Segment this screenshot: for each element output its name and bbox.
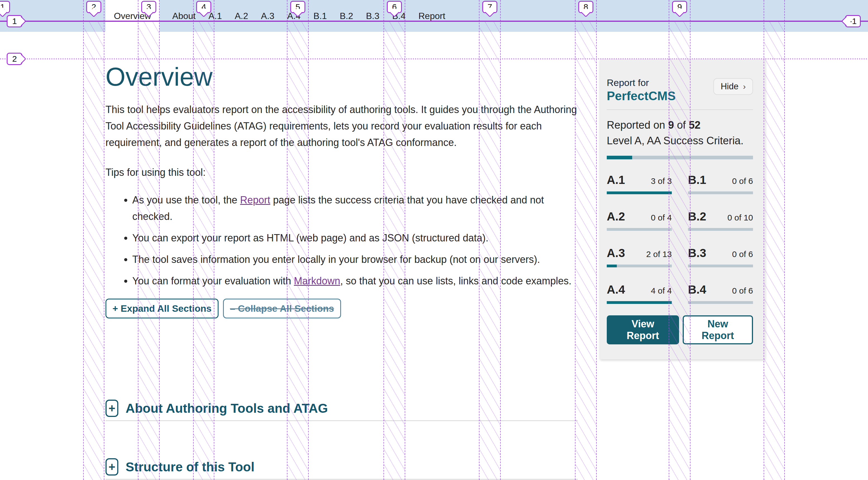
panel-header: Report for PerfectCMS Hide ›	[607, 76, 753, 103]
overall-progress-bar	[607, 156, 753, 159]
page-title: Overview	[105, 64, 578, 90]
hide-panel-button[interactable]: Hide ›	[713, 78, 753, 95]
list-item: You can export your report as HTML (web …	[132, 230, 578, 246]
grid-column-gap	[764, 0, 785, 480]
collapse-all-button[interactable]: – Collapse All Sections	[223, 298, 341, 318]
tips-list: As you use the tool, the Report page lis…	[105, 192, 578, 289]
criteria-progress-bar	[607, 191, 672, 194]
reported-summary: Reported on 9 of 52 Level A, AA Success …	[607, 117, 753, 149]
criteria-progress-bar	[688, 301, 753, 304]
criteria-progress-bar	[607, 301, 672, 304]
grid-column-gap	[83, 0, 104, 480]
criteria-cell: A.44 of 4	[607, 283, 672, 304]
intro-paragraph: This tool helps evaluators report on the…	[105, 101, 578, 151]
report-for-label: Report for	[607, 76, 676, 89]
reported-total: 52	[689, 119, 701, 131]
criteria-cell: A.13 of 3	[607, 173, 672, 194]
section-divider	[105, 479, 578, 480]
main-content: Overview This tool helps evaluators repo…	[105, 59, 578, 318]
section-divider	[105, 420, 578, 421]
new-report-button[interactable]: New Report	[683, 315, 753, 344]
grid-line-marker: 2	[7, 53, 22, 65]
section-structure-of-tool: + Structure of this Tool	[105, 458, 578, 480]
criteria-cell: B.20 of 10	[688, 210, 753, 231]
chevron-right-icon: ›	[743, 82, 746, 91]
criteria-grid: A.13 of 3 B.10 of 6 A.20 of 4 B.20 of 10…	[607, 173, 753, 304]
nav-item-b3[interactable]: B.3	[366, 11, 379, 21]
criteria-progress-bar	[688, 191, 753, 194]
criteria-cell: B.10 of 6	[688, 173, 753, 194]
view-report-button[interactable]: View Report	[607, 315, 679, 344]
nav-item-a2[interactable]: A.2	[235, 11, 248, 21]
report-summary-panel: Report for PerfectCMS Hide › Reported on…	[600, 59, 765, 359]
nav-item-report[interactable]: Report	[418, 11, 445, 21]
expand-section-icon[interactable]: +	[105, 458, 118, 476]
nav-item-b2[interactable]: B.2	[340, 11, 353, 21]
nav-item-a3[interactable]: A.3	[261, 11, 274, 21]
nav-item-about[interactable]: About	[172, 11, 196, 21]
criteria-progress-bar	[607, 264, 672, 267]
reported-count: 9	[668, 119, 674, 131]
section-title: About Authoring Tools and ATAG	[126, 401, 328, 416]
section-heading: + About Authoring Tools and ATAG	[105, 399, 578, 417]
list-item: As you use the tool, the Report page lis…	[132, 192, 578, 225]
list-item: You can format your evaluation with Mark…	[132, 273, 578, 289]
nav-item-a4[interactable]: A.4	[287, 11, 301, 21]
list-item: The tool saves information you enter loc…	[132, 251, 578, 268]
report-link[interactable]: Report	[240, 194, 270, 206]
expand-all-button[interactable]: + Expand All Sections	[105, 298, 219, 318]
nav-item-overview[interactable]: Overview	[105, 0, 159, 32]
markdown-link[interactable]: Markdown	[294, 275, 340, 287]
expand-section-icon[interactable]: +	[105, 399, 118, 417]
section-heading: + Structure of this Tool	[105, 458, 578, 476]
criteria-progress-bar	[688, 264, 753, 267]
overall-progress-fill	[607, 156, 632, 159]
panel-divider	[607, 109, 753, 110]
criteria-cell: B.30 of 6	[688, 247, 753, 267]
criteria-cell: A.20 of 4	[607, 210, 672, 231]
section-title: Structure of this Tool	[126, 459, 254, 474]
panel-title: Report for PerfectCMS	[607, 76, 676, 103]
grid-column-gap	[575, 0, 597, 480]
expand-collapse-row: + Expand All Sections – Collapse All Sec…	[105, 298, 578, 318]
nav-item-b4[interactable]: B.4	[392, 11, 406, 21]
criteria-progress-bar	[688, 228, 753, 231]
criteria-cell: A.32 of 13	[607, 247, 672, 267]
nav-item-label: Overview	[114, 11, 151, 21]
criteria-progress-bar	[607, 228, 672, 231]
nav-item-b1[interactable]: B.1	[313, 11, 327, 21]
criteria-cell: B.40 of 6	[688, 283, 753, 304]
section-about-authoring-tools: + About Authoring Tools and ATAG	[105, 399, 578, 421]
product-name: PerfectCMS	[607, 89, 676, 103]
panel-actions: View Report New Report	[607, 315, 753, 344]
top-navigation: Overview About A.1 A.2 A.3 A.4 B.1 B.2 B…	[0, 0, 868, 32]
nav-item-a1[interactable]: A.1	[209, 11, 222, 21]
tips-intro: Tips for using this tool:	[105, 164, 578, 181]
